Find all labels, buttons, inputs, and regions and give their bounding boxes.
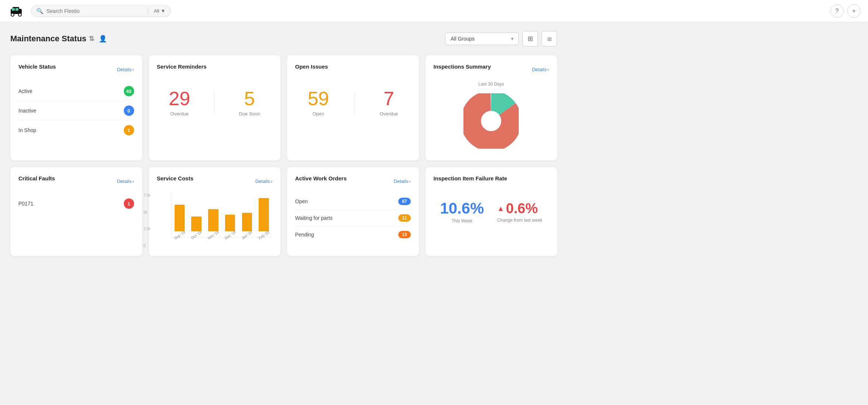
active-work-orders-header: Active Work Orders Details [295,175,411,187]
search-icon: 🔍 [36,8,43,14]
bar-jan20: Jan '20 [239,213,256,237]
bar-oct19: Oct '19 [188,217,205,237]
page-header: Maintenance Status ⇅ 👤 All Groups ⊞ ⧆ [10,31,557,46]
critical-faults-details-link[interactable]: Details [117,179,134,184]
due-soon-block: 5 Due Soon [239,89,260,117]
fault-label-p0171: P0171 [18,201,33,207]
work-order-badge-pending: 13 [398,231,410,238]
inspection-subtitle: Last 30 Days [434,82,549,87]
open-issues-title: Open Issues [295,63,328,70]
vehicle-status-rows: Active 40 Inactive 0 In Shop 1 [18,82,134,140]
inspections-summary-header: Inspections Summary Details [434,63,549,76]
service-reminders-header: Service Reminders [157,63,273,76]
active-work-orders-title: Active Work Orders [295,175,347,181]
search-filter[interactable]: All ▼ [154,8,165,14]
page-header-controls: All Groups ⊞ ⧆ [445,31,557,46]
groups-select[interactable]: All Groups [445,32,519,45]
open-issues-count: 59 [308,89,329,108]
bar-nov19: Nov '19 [205,209,222,237]
dashboard-grid: Vehicle Status Details Active 40 Inactiv… [10,55,557,256]
svg-point-4 [11,13,14,16]
work-order-row-open[interactable]: Open 67 [295,193,411,210]
inspection-failure-title: Inspection Item Failure Rate [434,175,507,181]
bar-oct19-rect [191,217,201,231]
svg-rect-7 [15,8,18,11]
work-order-row-waiting[interactable]: Waiting for parts 11 [295,210,411,226]
y-label-0: 0 [144,244,151,248]
main-page: Maintenance Status ⇅ 👤 All Groups ⊞ ⧆ Ve… [0,22,567,265]
bar-jan20-rect [242,213,252,231]
bar-feb20-rect [259,198,269,231]
y-label-75k: 7.5k [144,193,151,197]
triangle-up-icon: ▲ [497,205,504,212]
service-costs-details-link[interactable]: Details [255,179,272,184]
work-order-badge-waiting: 11 [398,214,410,222]
service-costs-title: Service Costs [157,175,193,181]
search-divider [148,8,148,14]
work-order-row-pending[interactable]: Pending 13 [295,226,411,243]
overdue-issues-label: Overdue [379,111,398,117]
user-icon[interactable]: 👤 [99,35,107,43]
bar-feb20: Feb '20 [255,198,272,237]
bar-dec19-label: Dec '19 [224,230,237,240]
work-order-rows: Open 67 Waiting for parts 11 Pending 13 [295,193,411,243]
add-button[interactable]: + [847,4,861,18]
status-label-inactive: Inactive [18,108,36,114]
change-label: Change from last week [497,218,542,223]
badge-inshop: 1 [124,125,134,135]
open-issues-card: Open Issues 59 Open 7 Overdue [287,55,419,160]
overdue-issues-block: 7 Overdue [379,89,398,117]
open-issues-header: Open Issues [295,63,411,76]
header-actions: ? + [830,4,861,18]
svg-point-5 [18,13,21,16]
status-row-active[interactable]: Active 40 [18,82,134,101]
svg-point-10 [481,111,501,131]
help-button[interactable]: ? [830,4,844,18]
vehicle-status-title: Vehicle Status [18,63,56,70]
groups-select-wrapper: All Groups [445,32,519,45]
overdue-count: 29 [169,89,190,108]
stat-divider [214,92,215,114]
pie-container [434,90,549,152]
vehicle-status-card: Vehicle Status Details Active 40 Inactiv… [10,55,142,160]
change-pct: ▲ 0.6% [497,201,542,215]
work-order-label-pending: Pending [295,232,314,238]
sort-icon[interactable]: ⇅ [89,35,94,43]
inspections-summary-title: Inspections Summary [434,63,491,70]
bar-nov19-rect [208,209,218,231]
search-bar[interactable]: 🔍 All ▼ [31,5,171,17]
vehicle-status-details-link[interactable]: Details [117,67,134,72]
active-work-orders-details-link[interactable]: Details [393,179,410,184]
bar-sep19: Sep '19 [171,205,188,237]
inspections-pie-chart [463,93,519,149]
bar-chart: Sep '19 Oct '19 Nov '19 Dec '19 [171,193,273,238]
bar-sep19-label: Sep '19 [173,230,186,240]
bar-dec19-rect [225,215,235,231]
reminder-stats: 29 Overdue 5 Due Soon [157,82,273,124]
change-block: ▲ 0.6% Change from last week [497,201,542,223]
service-costs-header: Service Costs Details [157,175,273,187]
inspection-failure-rate-card: Inspection Item Failure Rate 10.6% This … [426,167,557,256]
active-work-orders-card: Active Work Orders Details Open 67 Waiti… [287,167,419,256]
fault-row-p0171[interactable]: P0171 1 [18,193,134,214]
this-week-label: This Week [440,218,484,224]
critical-faults-header: Critical Faults Details [18,175,134,187]
service-reminders-title: Service Reminders [157,63,207,70]
work-order-label-open: Open [295,198,308,204]
bar-oct19-label: Oct '19 [190,230,202,240]
status-row-inshop[interactable]: In Shop 1 [18,121,134,140]
search-input[interactable] [46,8,142,14]
overdue-issues-count: 7 [379,89,398,108]
open-issues-label: Open [308,111,329,117]
issues-stats: 59 Open 7 Overdue [295,82,411,124]
service-costs-card: Service Costs Details 7.5k 5k 2.5k 0 Sep… [149,167,281,256]
chevron-down-icon: ▼ [161,8,165,14]
status-row-inactive[interactable]: Inactive 0 [18,101,134,121]
status-label-inshop: In Shop [18,127,36,133]
critical-faults-card: Critical Faults Details P0171 1 [10,167,142,256]
inspections-details-link[interactable]: Details [532,67,549,72]
fault-badge-p0171: 1 [124,198,134,209]
expand-view-button[interactable]: ⧆ [542,31,557,46]
grid-view-button[interactable]: ⊞ [522,31,538,46]
page-title-text: Maintenance Status [10,34,87,44]
